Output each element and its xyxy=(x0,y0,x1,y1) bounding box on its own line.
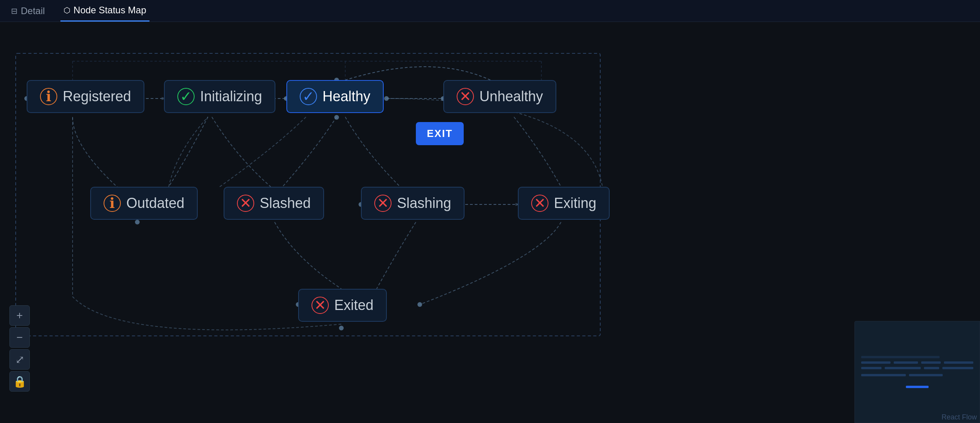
svg-point-7 xyxy=(334,115,339,120)
exit-button[interactable]: EXIT xyxy=(416,122,464,145)
mini-map-line xyxy=(924,367,939,369)
mini-map-line xyxy=(942,367,973,369)
fit-icon: ⤢ xyxy=(15,353,24,366)
node-slashed[interactable]: ✕ Slashed xyxy=(224,187,324,220)
tab-node-status-map[interactable]: ⬡ Node Status Map xyxy=(60,0,149,22)
node-healthy[interactable]: ✓ Healthy xyxy=(286,80,384,113)
node-exited[interactable]: ✕ Exited xyxy=(298,289,387,322)
tab-node-status-map-label: Node Status Map xyxy=(73,5,146,16)
mini-map-line xyxy=(921,361,941,364)
svg-point-15 xyxy=(417,302,422,307)
zoom-controls: + − ⤢ 🔒 xyxy=(9,305,30,392)
node-unhealthy[interactable]: ✕ Unhealthy xyxy=(443,80,556,113)
exit-label: EXIT xyxy=(427,128,453,139)
tab-detail[interactable]: ⊟ Detail xyxy=(8,0,48,22)
svg-point-6 xyxy=(384,96,389,101)
mini-map-line xyxy=(861,356,940,358)
slashing-icon: ✕ xyxy=(374,195,392,212)
node-exiting[interactable]: ✕ Exiting xyxy=(518,187,610,220)
lock-button[interactable]: 🔒 xyxy=(9,371,30,392)
exiting-icon: ✕ xyxy=(531,195,548,212)
mini-map-line xyxy=(861,367,882,369)
mini-map-highlight xyxy=(906,386,928,388)
mini-map-line xyxy=(944,361,973,364)
exited-icon: ✕ xyxy=(311,297,329,314)
zoom-out-button[interactable]: − xyxy=(9,327,30,348)
initializing-label: Initializing xyxy=(200,88,262,105)
mini-map-line xyxy=(861,374,906,376)
exited-label: Exited xyxy=(334,297,373,314)
exiting-label: Exiting xyxy=(554,195,596,212)
node-status-map-icon: ⬡ xyxy=(64,5,70,15)
header: ⊟ Detail ⬡ Node Status Map xyxy=(0,0,980,22)
node-initializing[interactable]: ✓ Initializing xyxy=(164,80,275,113)
outdated-label: Outdated xyxy=(126,195,184,212)
mini-map-line xyxy=(861,361,891,364)
slashed-icon: ✕ xyxy=(237,195,254,212)
fit-view-button[interactable]: ⤢ xyxy=(9,349,30,370)
healthy-icon: ✓ xyxy=(300,88,317,105)
initializing-icon: ✓ xyxy=(177,88,195,105)
mini-map-line xyxy=(894,361,918,364)
zoom-out-icon: − xyxy=(16,331,23,344)
healthy-label: Healthy xyxy=(322,88,370,105)
lock-icon: 🔒 xyxy=(13,375,27,388)
mini-map-line xyxy=(909,374,943,376)
tab-detail-label: Detail xyxy=(21,5,45,16)
registered-label: Registered xyxy=(63,88,131,105)
mini-map-line xyxy=(885,367,921,369)
zoom-in-button[interactable]: + xyxy=(9,305,30,326)
svg-point-10 xyxy=(135,220,140,224)
unhealthy-icon: ✕ xyxy=(457,88,474,105)
detail-icon: ⊟ xyxy=(11,6,18,16)
mini-map xyxy=(854,321,980,423)
svg-point-16 xyxy=(339,326,344,330)
zoom-in-icon: + xyxy=(16,309,23,322)
canvas: ℹ Registered ✓ Initializing ✓ Healthy ✕ … xyxy=(0,22,980,423)
registered-icon: ℹ xyxy=(40,88,57,105)
node-outdated[interactable]: ℹ Outdated xyxy=(90,187,198,220)
node-slashing[interactable]: ✕ Slashing xyxy=(361,187,464,220)
outdated-icon: ℹ xyxy=(104,195,121,212)
slashing-label: Slashing xyxy=(397,195,451,212)
unhealthy-label: Unhealthy xyxy=(479,88,543,105)
react-flow-watermark: React Flow xyxy=(942,413,977,421)
node-registered[interactable]: ℹ Registered xyxy=(27,80,144,113)
slashed-label: Slashed xyxy=(260,195,311,212)
